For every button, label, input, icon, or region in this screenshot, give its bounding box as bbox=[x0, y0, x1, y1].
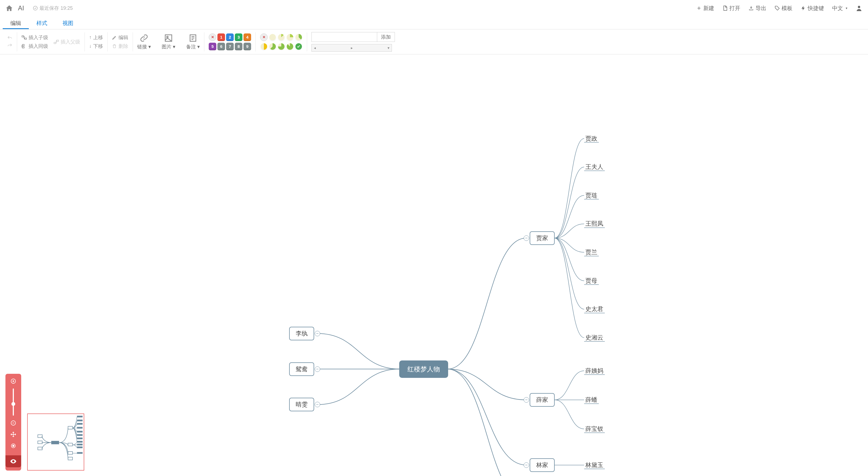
zoom-slider[interactable] bbox=[13, 388, 14, 416]
add-tag-button[interactable]: 添加 bbox=[377, 32, 395, 41]
scroll-right[interactable]: ▸ bbox=[349, 46, 355, 50]
redo-icon bbox=[7, 43, 12, 49]
mindmap-leaf-0-5[interactable]: 贾母 bbox=[585, 276, 597, 286]
export-button[interactable]: 导出 bbox=[748, 5, 766, 12]
mindmap-leaf-0-2[interactable]: 贾琏 bbox=[585, 190, 597, 201]
center-button[interactable] bbox=[9, 442, 18, 450]
insert-sibling-button[interactable]: 插入同级 bbox=[22, 43, 48, 50]
home-icon[interactable] bbox=[5, 4, 13, 12]
mindmap-leaf-0-7[interactable]: 史湘云 bbox=[585, 332, 603, 343]
edit-button[interactable]: 编辑 bbox=[112, 34, 128, 41]
mindmap-branch-1[interactable]: 薛家 bbox=[530, 393, 555, 407]
mindmap-leaf-0-6[interactable]: 史太君 bbox=[585, 304, 603, 314]
new-button[interactable]: 新建 bbox=[696, 5, 714, 12]
progress-2[interactable] bbox=[286, 33, 294, 41]
pan-button[interactable] bbox=[9, 430, 18, 439]
toolbar: 插入子级 插入同级 插入父级 ↑上移 ↓下移 编辑 删除 链接 ▾ 图片 ▾ 备… bbox=[0, 29, 868, 54]
tab-style[interactable]: 样式 bbox=[29, 16, 55, 29]
mindmap-leaf-1-2[interactable]: 薛宝钗 bbox=[585, 424, 603, 434]
priority-4[interactable]: 4 bbox=[244, 33, 251, 41]
tab-view[interactable]: 视图 bbox=[55, 16, 81, 29]
mindmap-leaf-0-3[interactable]: 王熙凤 bbox=[585, 218, 603, 229]
svg-rect-36 bbox=[77, 427, 83, 428]
collapse-left-2[interactable]: − bbox=[315, 402, 320, 407]
progress-0[interactable] bbox=[269, 33, 276, 41]
zoom-handle[interactable] bbox=[11, 402, 15, 406]
undo-icon bbox=[7, 35, 12, 41]
mindmap-leaf-0-1[interactable]: 王夫人 bbox=[585, 162, 603, 172]
image-button[interactable]: 图片 ▾ bbox=[162, 34, 175, 50]
svg-point-0 bbox=[33, 6, 37, 10]
mindmap-root[interactable]: 红楼梦人物 bbox=[399, 360, 448, 378]
priority-6[interactable]: 6 bbox=[217, 43, 225, 50]
mindmap-left-1[interactable]: 鸳鸯 bbox=[289, 362, 314, 376]
zoom-out-button[interactable] bbox=[9, 419, 18, 427]
collapse-branch-2[interactable]: − bbox=[524, 463, 529, 468]
mindmap-leaf-1-1[interactable]: 薛蟠 bbox=[585, 395, 597, 405]
priority-7[interactable]: 7 bbox=[226, 43, 234, 50]
shortcut-button[interactable]: 快捷键 bbox=[801, 5, 824, 12]
mindmap-left-2[interactable]: 晴雯 bbox=[289, 398, 314, 411]
link-button[interactable]: 链接 ▾ bbox=[137, 34, 151, 50]
priority-1[interactable]: 1 bbox=[217, 33, 225, 41]
progress-5[interactable] bbox=[269, 43, 276, 50]
progress-clear[interactable]: ✕ bbox=[260, 33, 268, 41]
svg-rect-41 bbox=[77, 444, 83, 445]
svg-rect-37 bbox=[77, 431, 83, 433]
toggle-minimap-button[interactable] bbox=[5, 455, 21, 467]
insert-parent-button[interactable]: 插入父级 bbox=[54, 39, 80, 45]
insert-child-button[interactable]: 插入子级 bbox=[22, 34, 48, 41]
user-icon[interactable] bbox=[856, 5, 863, 12]
scroll-left[interactable]: ◂ bbox=[312, 46, 318, 50]
svg-rect-7 bbox=[54, 42, 56, 43]
delete-button[interactable]: 删除 bbox=[112, 43, 128, 50]
mindmap-branch-0[interactable]: 贾家 bbox=[530, 231, 555, 245]
redo-button[interactable] bbox=[7, 43, 12, 49]
link-icon bbox=[140, 34, 148, 42]
priority-clear[interactable]: ✕ bbox=[209, 33, 216, 41]
mindmap-left-0[interactable]: 李纨 bbox=[289, 327, 314, 340]
collapse-branch-1[interactable]: − bbox=[524, 397, 529, 403]
svg-point-1 bbox=[858, 6, 860, 8]
open-button[interactable]: 打开 bbox=[722, 5, 740, 12]
template-button[interactable]: 模板 bbox=[775, 5, 793, 12]
canvas[interactable]: 红楼梦人物李纨−鸳鸯−晴雯−贾家−贾政王夫人贾琏王熙凤贾兰贾母史太君史湘云薛家−… bbox=[0, 54, 868, 476]
svg-rect-40 bbox=[77, 441, 83, 443]
move-down-button[interactable]: ↓下移 bbox=[89, 43, 103, 50]
svg-rect-38 bbox=[77, 434, 83, 436]
mindmap-branch-2[interactable]: 林家 bbox=[530, 458, 555, 472]
collapse-left-1[interactable]: − bbox=[315, 366, 320, 372]
header: AI 最近保存 19:25 新建 打开 导出 模板 快捷键 中文▾ bbox=[0, 0, 868, 16]
scroll-dropdown[interactable]: ▾ bbox=[385, 46, 392, 50]
mindmap-leaf-1-0[interactable]: 薛姨妈 bbox=[585, 366, 603, 376]
progress-4[interactable] bbox=[260, 43, 268, 50]
tag-input[interactable] bbox=[312, 32, 377, 41]
priority-5[interactable]: 5 bbox=[209, 43, 216, 50]
svg-rect-26 bbox=[38, 435, 42, 437]
mindmap-leaf-0-0[interactable]: 贾政 bbox=[585, 133, 597, 144]
tag-icon bbox=[775, 5, 780, 11]
progress-3[interactable] bbox=[295, 33, 303, 41]
collapse-left-0[interactable]: − bbox=[315, 331, 320, 336]
note-button[interactable]: 备注 ▾ bbox=[186, 34, 200, 50]
svg-rect-32 bbox=[68, 457, 72, 460]
tab-edit[interactable]: 编辑 bbox=[3, 16, 29, 29]
tag-scroll: ◂ ▸ ▾ bbox=[311, 44, 392, 52]
progress-6[interactable] bbox=[277, 43, 285, 50]
zoom-in-button[interactable] bbox=[9, 377, 18, 385]
priority-9[interactable]: 9 bbox=[244, 43, 251, 50]
progress-8[interactable] bbox=[295, 43, 303, 50]
progress-7[interactable] bbox=[286, 43, 294, 50]
priority-3[interactable]: 3 bbox=[235, 33, 242, 41]
language-button[interactable]: 中文▾ bbox=[832, 5, 847, 12]
priority-2[interactable]: 2 bbox=[226, 33, 234, 41]
undo-button[interactable] bbox=[7, 35, 12, 41]
mindmap-leaf-0-4[interactable]: 贾兰 bbox=[585, 247, 597, 258]
priority-8[interactable]: 8 bbox=[235, 43, 242, 50]
svg-rect-39 bbox=[77, 438, 83, 439]
collapse-branch-0[interactable]: − bbox=[524, 235, 529, 241]
mindmap-leaf-2-0[interactable]: 林黛玉 bbox=[585, 460, 603, 470]
minimap[interactable] bbox=[27, 414, 84, 471]
move-up-button[interactable]: ↑上移 bbox=[89, 34, 103, 41]
progress-1[interactable] bbox=[277, 33, 285, 41]
